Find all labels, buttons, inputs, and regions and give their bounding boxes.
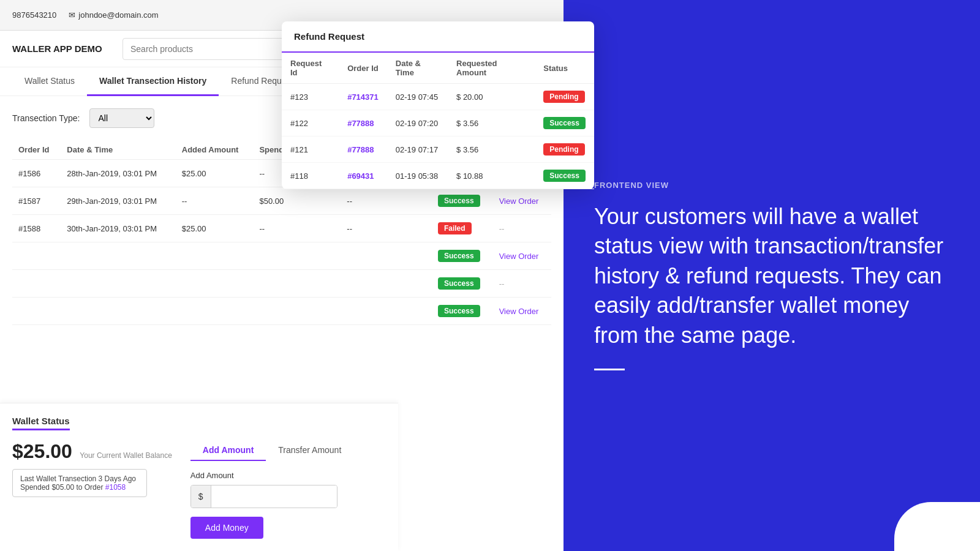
table-row: Success View Order (12, 242, 551, 270)
refund-cell-date-time: 01-19 05:38 (387, 163, 448, 189)
cell-action: View Order (493, 298, 551, 325)
status-badge: Success (438, 305, 480, 317)
cell-date-time (61, 298, 175, 325)
transaction-type-select[interactable]: All Add Spend Refund (89, 108, 154, 128)
col-added-amount: Added Amount (176, 140, 254, 160)
status-badge: Success (438, 195, 480, 207)
last-transaction-title: Last Wallet Transection 3 Days Ago (20, 474, 139, 483)
refund-cell-request-id: #123 (282, 84, 339, 110)
wallet-section-title: Wallet Status (12, 416, 70, 430)
cell-status: Success (432, 187, 493, 215)
wallet-status-section: Wallet Status $25.00 Your Current Wallet… (0, 403, 398, 551)
balance-display: $25.00 Your Current Wallet Balance (12, 440, 172, 463)
refund-modal: Refund Request Request Id Order Id Date … (282, 21, 594, 189)
cell-status: Success (432, 298, 493, 325)
status-badge: Failed (438, 222, 472, 234)
cell-added: $25.00 (176, 160, 254, 187)
modal-title: Refund Request (282, 21, 594, 53)
refund-cell-order-id: #714371 (339, 84, 387, 110)
refund-table-row: #122 #77888 02-19 07:20 $ 3.56 Success (282, 110, 594, 137)
cell-added (176, 242, 254, 270)
table-row: Success View Order (12, 298, 551, 325)
refund-cell-request-id: #118 (282, 163, 339, 189)
balance-label: Your Current Wallet Balance (80, 451, 172, 460)
refund-col-date-time: Date & Time (387, 53, 448, 84)
cell-date-time: 28th-Jan-2019, 03:01 PM (61, 160, 175, 187)
refund-cell-status: Pending (535, 137, 594, 163)
refund-cell-amount: $ 20.00 (448, 84, 535, 110)
cell-refunded (341, 270, 432, 298)
table-row: #1587 29th-Jan-2019, 03:01 PM -- $50.00 … (12, 187, 551, 215)
currency-prefix: $ (191, 485, 211, 508)
cell-spended: $50.00 (253, 187, 341, 215)
status-badge: Success (438, 277, 480, 290)
cell-added: -- (176, 187, 254, 215)
table-row: #1588 30th-Jan-2019, 03:01 PM $25.00 -- … (12, 215, 551, 242)
filter-label: Transection Type: (12, 113, 80, 123)
refund-cell-status: Pending (535, 84, 594, 110)
wallet-content: $25.00 Your Current Wallet Balance Last … (12, 440, 386, 539)
refund-col-amount: Requested Amount (448, 53, 535, 84)
refund-status-badge: Success (543, 117, 586, 129)
tab-wallet-transaction-history[interactable]: Wallet Transection History (87, 67, 219, 96)
refund-cell-request-id: #122 (282, 110, 339, 137)
cell-action: View Order (493, 242, 551, 270)
frontend-label: FRONTEND VIEW (594, 181, 949, 190)
refund-table-row: #121 #77888 02-19 07:17 $ 3.56 Pending (282, 137, 594, 163)
add-money-button[interactable]: Add Money (190, 517, 263, 539)
table-row: Success -- (12, 270, 551, 298)
cell-refunded: -- (341, 187, 432, 215)
col-date-time: Date & Time (61, 140, 175, 160)
cell-added: $25.00 (176, 215, 254, 242)
cell-order-id: #1586 (12, 160, 61, 187)
refund-status-badge: Success (543, 170, 586, 182)
refund-cell-date-time: 02-19 07:45 (387, 84, 448, 110)
action-dash: -- (499, 224, 505, 233)
refund-col-status: Status (535, 53, 594, 84)
amount-input[interactable] (211, 485, 337, 508)
left-panel: 9876543210 ✉ johndoe@domain.com WALLER A… (0, 0, 564, 551)
last-transaction-box: Last Wallet Transection 3 Days Ago Spend… (12, 469, 147, 497)
balance-amount: $25.00 (12, 440, 72, 462)
cell-date-time (61, 242, 175, 270)
cell-status: Success (432, 270, 493, 298)
cell-date-time: 30th-Jan-2019, 03:01 PM (61, 215, 175, 242)
wallet-balance-area: $25.00 Your Current Wallet Balance Last … (12, 440, 172, 497)
status-badge: Success (438, 250, 480, 262)
cell-added (176, 298, 254, 325)
order-link[interactable]: #1058 (105, 483, 126, 492)
cell-refunded (341, 298, 432, 325)
add-amount-label: Add Amount (190, 471, 386, 480)
refund-cell-request-id: #121 (282, 137, 339, 163)
tab-wallet-status[interactable]: Wallet Status (12, 67, 87, 96)
form-tab-add-amount[interactable]: Add Amount (190, 440, 266, 461)
last-transaction-detail: Spended $05.00 to Order #1058 (20, 483, 139, 492)
amount-input-row: $ (190, 485, 337, 508)
refund-table: Request Id Order Id Date & Time Requeste… (282, 53, 594, 189)
refund-cell-status: Success (535, 163, 594, 189)
col-order-id: Order Id (12, 140, 61, 160)
refund-cell-date-time: 02-19 07:17 (387, 137, 448, 163)
form-tab-transfer-amount[interactable]: Transfer Amount (266, 440, 353, 461)
email-icon: ✉ (69, 10, 75, 20)
refund-cell-amount: $ 3.56 (448, 110, 535, 137)
divider-line (594, 369, 625, 370)
view-order-link[interactable]: View Order (499, 252, 539, 261)
cell-spended (253, 270, 341, 298)
view-order-link[interactable]: View Order (499, 307, 539, 316)
action-dash: -- (499, 279, 505, 288)
refund-col-order-id: Order Id (339, 53, 387, 84)
curve-shape (894, 502, 980, 551)
cell-order-id: #1587 (12, 187, 61, 215)
refund-cell-date-time: 02-19 07:20 (387, 110, 448, 137)
cell-refunded (341, 242, 432, 270)
cell-action: -- (493, 215, 551, 242)
right-panel: FRONTEND VIEW Your customers will have a… (564, 0, 980, 551)
cell-action: View Order (493, 187, 551, 215)
cell-order-id (12, 270, 61, 298)
view-order-link[interactable]: View Order (499, 197, 539, 206)
refund-status-badge: Pending (543, 91, 584, 103)
refund-cell-order-id: #69431 (339, 163, 387, 189)
cell-spended (253, 242, 341, 270)
cell-date-time (61, 270, 175, 298)
